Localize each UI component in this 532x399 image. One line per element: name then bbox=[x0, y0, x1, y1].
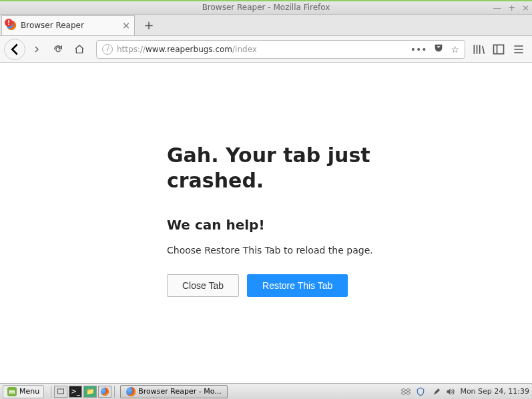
restore-tab-button[interactable]: Restore This Tab bbox=[247, 274, 348, 297]
taskbar-window-item[interactable]: Browser Reaper - Mo... bbox=[120, 385, 227, 398]
taskbar: m Menu >_ 📁 Browser Reaper - Mo... Mon S… bbox=[0, 383, 532, 399]
terminal-icon[interactable]: >_ bbox=[69, 386, 82, 398]
brush-icon[interactable] bbox=[431, 387, 440, 396]
file-manager-icon[interactable]: 📁 bbox=[83, 386, 97, 398]
shield-icon[interactable] bbox=[416, 387, 425, 396]
volume-icon[interactable] bbox=[445, 387, 455, 396]
pocket-icon[interactable] bbox=[433, 43, 444, 55]
clock[interactable]: Mon Sep 24, 11:39 bbox=[460, 387, 529, 396]
mint-logo-icon: m bbox=[7, 387, 17, 396]
close-tab-icon[interactable]: × bbox=[122, 20, 130, 31]
url-text: https://www.reaperbugs.com/index bbox=[117, 45, 411, 54]
dropbox-icon[interactable] bbox=[401, 387, 411, 396]
library-icon[interactable] bbox=[472, 43, 485, 56]
crash-heading: Gah. Your tab just crashed. bbox=[167, 143, 401, 193]
page-actions-icon[interactable]: ••• bbox=[411, 44, 427, 55]
page-content: Gah. Your tab just crashed. We can help!… bbox=[0, 63, 532, 383]
start-menu-button[interactable]: m Menu bbox=[3, 385, 44, 398]
home-button[interactable] bbox=[69, 39, 89, 59]
url-bar[interactable]: i https://www.reaperbugs.com/index ••• ☆ bbox=[96, 40, 465, 59]
firefox-icon bbox=[126, 387, 136, 396]
sidebar-icon[interactable] bbox=[492, 43, 505, 56]
bookmark-star-icon[interactable]: ☆ bbox=[451, 44, 459, 55]
tab-browser-reaper[interactable]: ! Browser Reaper × bbox=[1, 15, 135, 35]
svg-rect-1 bbox=[58, 389, 64, 394]
show-desktop-icon[interactable] bbox=[54, 386, 67, 398]
nav-bar: i https://www.reaperbugs.com/index ••• ☆ bbox=[0, 36, 532, 63]
forward-button[interactable] bbox=[27, 39, 47, 59]
reload-button[interactable] bbox=[48, 39, 68, 59]
tab-bar: ! Browser Reaper × + bbox=[0, 15, 532, 36]
menu-icon[interactable] bbox=[512, 43, 525, 56]
crashed-tab-icon: ! bbox=[6, 20, 17, 31]
window-title-bar: Browser Reaper - Mozilla Firefox — + × bbox=[0, 0, 532, 15]
minimize-icon[interactable]: — bbox=[493, 3, 501, 13]
site-info-icon[interactable]: i bbox=[102, 44, 113, 55]
svg-rect-0 bbox=[494, 45, 504, 53]
tab-label: Browser Reaper bbox=[21, 21, 118, 30]
new-tab-button[interactable]: + bbox=[139, 15, 159, 35]
back-button[interactable] bbox=[4, 39, 25, 60]
window-title: Browser Reaper - Mozilla Firefox bbox=[0, 3, 532, 12]
close-tab-button[interactable]: Close Tab bbox=[167, 274, 239, 297]
help-description: Choose Restore This Tab to reload the pa… bbox=[167, 245, 532, 256]
maximize-icon[interactable]: + bbox=[508, 3, 515, 13]
help-heading: We can help! bbox=[167, 217, 532, 233]
system-tray: Mon Sep 24, 11:39 bbox=[401, 387, 529, 396]
close-window-icon[interactable]: × bbox=[522, 3, 529, 13]
firefox-launcher-icon[interactable] bbox=[98, 386, 111, 398]
